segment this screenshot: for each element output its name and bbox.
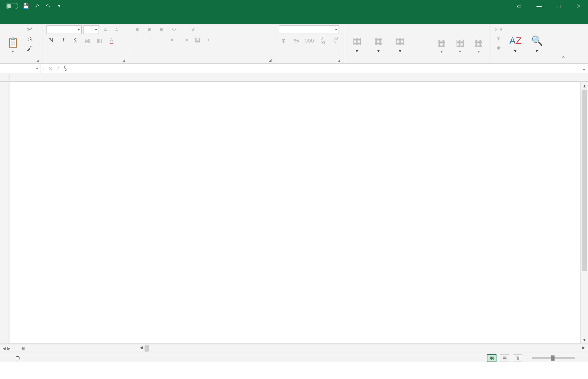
fill-color-icon[interactable]: ◧ [95, 37, 104, 45]
page-break-view-icon[interactable]: ▥ [513, 354, 522, 362]
accounting-format-icon[interactable]: $ [279, 37, 288, 45]
column-headers[interactable] [0, 73, 588, 82]
clipboard-icon: 📋 [7, 37, 19, 48]
customize-qat-icon[interactable]: ▾ [56, 2, 63, 9]
sheet-tab-bar: ◀ ▶ ⋯ ⊕ ◀ ▶ [0, 344, 588, 353]
decrease-indent-icon[interactable]: ⇤ [169, 36, 178, 44]
expand-formula-bar-icon[interactable]: ⌄ [580, 65, 588, 71]
toggle-switch-icon[interactable] [6, 3, 18, 9]
ribbon-display-options-icon[interactable]: ▭ [513, 0, 525, 12]
merge-icon: ▦ [193, 36, 202, 44]
sort-filter-icon: AZ [510, 35, 522, 47]
new-sheet-button[interactable]: ⊕ [18, 344, 29, 353]
scroll-right-icon[interactable]: ▶ [580, 345, 588, 350]
sort-filter-button[interactable]: AZ ▾ [506, 26, 525, 54]
cell-styles-icon: ▦ [396, 35, 404, 47]
conditional-formatting-icon: ▦ [353, 35, 362, 47]
zoom-in-icon[interactable]: + [578, 355, 581, 360]
macro-record-icon[interactable]: ▢ [15, 355, 20, 361]
cancel-formula-icon[interactable]: ✕ [46, 65, 54, 71]
comma-format-icon[interactable]: 000 [305, 37, 314, 45]
italic-icon[interactable]: I [59, 37, 68, 45]
orientation-icon[interactable]: ⟲ [169, 26, 178, 33]
format-cells-icon: ▦ [474, 37, 483, 48]
ribbon-tabs [0, 12, 588, 24]
enter-formula-icon[interactable]: ✓ [54, 65, 62, 71]
dialog-launcher-icon[interactable]: ◢ [122, 58, 125, 62]
save-icon[interactable]: 💾 [22, 2, 29, 9]
scroll-thumb[interactable] [145, 345, 149, 351]
zoom-slider[interactable] [532, 357, 575, 359]
select-all-triangle[interactable] [0, 73, 9, 81]
sheet-nav-next-icon[interactable]: ▶ [7, 346, 10, 351]
increase-font-icon[interactable]: A [101, 26, 110, 34]
number-format-combo[interactable] [279, 26, 339, 34]
format-painter-icon[interactable]: 🖌 [25, 44, 34, 52]
cell-styles-button[interactable]: ▦ ▾ [391, 26, 410, 54]
horizontal-scrollbar[interactable]: ◀ ▶ [29, 344, 588, 353]
scroll-thumb[interactable] [582, 90, 588, 271]
delete-cells-button[interactable]: ▦▾ [452, 26, 468, 54]
align-left-icon[interactable]: ≡ [133, 36, 142, 44]
sheet-nav-prev-icon[interactable]: ◀ [2, 346, 6, 351]
dialog-launcher-icon[interactable]: ◢ [36, 58, 39, 62]
underline-icon[interactable]: S [71, 37, 80, 45]
font-size-combo[interactable] [83, 26, 99, 34]
cut-icon[interactable]: ✂ [25, 26, 34, 33]
status-bar: ▢ ▦ ▤ ▥ − + [0, 353, 588, 362]
wrap-text-icon: ab [188, 26, 198, 33]
page-layout-view-icon[interactable]: ▤ [500, 354, 510, 362]
copy-icon[interactable]: ⎘ [25, 35, 34, 43]
delete-cells-icon: ▦ [456, 37, 465, 48]
zoom-out-icon[interactable]: − [526, 355, 529, 360]
title-bar: 💾 ↶ ↷ ▾ ▭ — ◻ ✕ [0, 0, 588, 12]
maximize-icon[interactable]: ◻ [553, 0, 565, 12]
worksheet-cells[interactable]: ▲ ▼ [9, 82, 588, 344]
scroll-up-icon[interactable]: ▲ [581, 82, 588, 90]
find-select-button[interactable]: 🔍 ▾ [527, 26, 546, 54]
font-name-combo[interactable] [46, 26, 82, 34]
align-bottom-icon[interactable]: ≡ [157, 26, 166, 33]
clear-icon[interactable]: ◆ [494, 44, 503, 51]
decrease-font-icon[interactable]: A [112, 26, 121, 34]
insert-cells-button[interactable]: ▦▾ [434, 26, 450, 54]
formula-bar: ⁞ ✕ ✓ fx ⌄ [0, 64, 588, 73]
find-select-icon: 🔍 [531, 35, 543, 47]
scroll-down-icon[interactable]: ▼ [581, 336, 588, 344]
fill-icon[interactable]: ▾ [494, 34, 503, 42]
scroll-left-icon[interactable]: ◀ [138, 345, 145, 350]
bold-icon[interactable]: N [46, 37, 56, 45]
redo-icon[interactable]: ↷ [45, 2, 52, 9]
normal-view-icon[interactable]: ▦ [487, 354, 496, 362]
collapse-ribbon-icon[interactable]: ⌃ [559, 24, 568, 63]
close-icon[interactable]: ✕ [573, 0, 585, 12]
autosum-icon[interactable]: Σ ▾ [494, 26, 503, 33]
align-top-icon[interactable]: ≡ [133, 26, 142, 33]
align-center-icon[interactable]: ≡ [145, 36, 154, 44]
format-cells-button[interactable]: ▦▾ [471, 26, 486, 54]
name-box[interactable] [0, 64, 40, 73]
increase-indent-icon[interactable]: ⇥ [181, 36, 190, 44]
paste-button[interactable]: 📋 ▾ [3, 26, 23, 54]
vertical-scrollbar[interactable]: ▲ ▼ [580, 82, 588, 344]
increase-decimal-icon[interactable]: .0.00 [318, 37, 327, 45]
borders-icon[interactable]: ▦ [82, 37, 92, 45]
font-color-icon[interactable]: A [107, 37, 116, 45]
ribbon: 📋 ▾ ✂ ⎘ 🖌 ◢ A A [0, 24, 588, 64]
fx-icon[interactable]: fx [62, 65, 69, 72]
format-as-table-icon: ▦ [374, 35, 383, 47]
conditional-formatting-button[interactable]: ▦ ▾ [348, 26, 367, 54]
percent-format-icon[interactable]: % [292, 37, 301, 45]
dialog-launcher-icon[interactable]: ◢ [268, 58, 271, 62]
minimize-icon[interactable]: — [533, 0, 545, 12]
dialog-launcher-icon[interactable]: ◢ [337, 58, 340, 62]
align-right-icon[interactable]: ≡ [157, 36, 166, 44]
format-as-table-button[interactable]: ▦ ▾ [369, 26, 388, 54]
autosave-toggle[interactable] [3, 3, 18, 9]
row-headers[interactable] [0, 82, 9, 344]
decrease-decimal-icon[interactable]: .00.0 [330, 37, 340, 45]
align-middle-icon[interactable]: ≡ [145, 26, 154, 33]
insert-cells-icon: ▦ [437, 37, 446, 48]
undo-icon[interactable]: ↶ [33, 2, 40, 9]
